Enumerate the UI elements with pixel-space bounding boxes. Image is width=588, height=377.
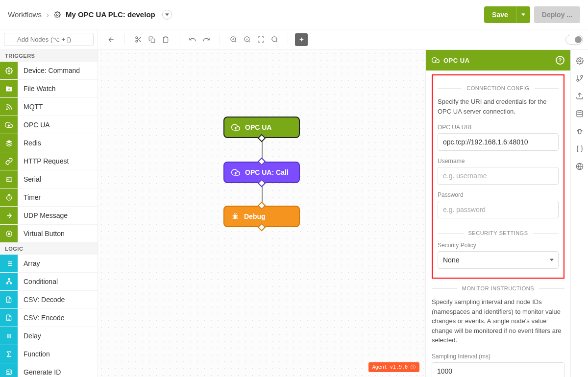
svg-line-15 (248, 41, 250, 42)
palette-item[interactable]: MQTT (0, 98, 98, 116)
palette-item-label: HTTP Request (18, 157, 69, 165)
node-label: OPC UA (245, 123, 271, 131)
svg-line-18 (276, 41, 277, 42)
version-dropdown[interactable] (162, 10, 172, 20)
breadcrumb: Workflows › My OPC UA PLC: develop (8, 10, 172, 20)
palette-item[interactable]: Function (0, 345, 98, 363)
debug-icon[interactable] (576, 127, 584, 135)
svg-point-40 (10, 283, 12, 284)
branch-icon[interactable] (576, 74, 584, 82)
globe-icon[interactable] (576, 163, 584, 170)
output-port[interactable] (258, 134, 266, 142)
palette-item[interactable]: HTTP Request (0, 152, 98, 170)
workflow-canvas[interactable]: OPC UA OPC UA: Call Debug Agent v1.9.0 ⓘ (98, 50, 425, 377)
security-policy-select[interactable]: None (438, 251, 559, 269)
connection-config-section: CONNECTION CONFIG Specify the URI and cr… (432, 74, 564, 279)
palette-item[interactable]: File Watch (0, 80, 98, 98)
deploy-button[interactable]: Deploy ... (534, 6, 580, 23)
svg-rect-8 (151, 39, 155, 43)
upload-icon[interactable] (576, 92, 584, 100)
database-icon[interactable] (576, 110, 584, 118)
palette-item[interactable]: Redis (0, 134, 98, 152)
palette-item[interactable]: Device: Command (0, 62, 98, 80)
palette-item-label: CSV: Decode (18, 296, 65, 304)
palette-item[interactable]: Delay (0, 327, 98, 345)
paste-button[interactable] (159, 33, 172, 46)
section-description: Specify the URI and credentials for the … (438, 97, 559, 116)
node-palette: TRIGGERS Device: CommandFile WatchMQTTOP… (0, 50, 98, 377)
palette-item-label: Array (18, 259, 40, 267)
timer-icon (0, 188, 18, 206)
uri-label: OPC UA URI (438, 124, 559, 131)
palette-section-triggers: TRIGGERS (0, 50, 98, 62)
palette-item-label: Delay (18, 332, 41, 340)
section-heading: SECURITY SETTINGS (468, 230, 528, 236)
arrow-right-icon (0, 207, 18, 224)
cloud-icon (0, 116, 18, 134)
folder-plus-icon (0, 80, 18, 97)
right-rail (570, 50, 588, 377)
svg-point-22 (6, 108, 7, 109)
back-button[interactable] (105, 33, 118, 46)
brackets-icon[interactable] (576, 145, 584, 153)
palette-section-logic: LOGIC (0, 243, 98, 255)
node-opcua-call[interactable]: OPC UA: Call (223, 162, 300, 183)
svg-point-4 (135, 40, 137, 42)
bug-icon (231, 212, 239, 220)
svg-point-0 (56, 14, 58, 16)
palette-item[interactable]: Array (0, 255, 98, 273)
add-nodes-search[interactable] (4, 33, 94, 46)
palette-item[interactable]: OPC UA (0, 116, 98, 134)
palette-item[interactable]: Virtual Button (0, 225, 98, 243)
palette-item-label: Conditional (18, 278, 58, 285)
fit-button[interactable] (254, 33, 267, 46)
cut-button[interactable] (132, 33, 145, 46)
svg-line-57 (236, 213, 236, 213)
section-heading: MONITOR INSTRUCTIONS (462, 285, 534, 291)
save-dropdown[interactable] (516, 6, 530, 23)
output-port[interactable] (258, 223, 266, 232)
svg-point-60 (581, 75, 583, 77)
password-label: Password (438, 191, 559, 198)
copy-button[interactable] (146, 33, 158, 46)
agent-version-badge[interactable]: Agent v1.9.0 ⓘ (368, 362, 419, 372)
add-annotation-button[interactable] (295, 33, 308, 46)
palette-item[interactable]: Generate ID (0, 363, 98, 377)
palette-item[interactable]: CSV: Decode (0, 291, 98, 309)
input-port[interactable] (258, 202, 266, 210)
breadcrumb-root[interactable]: Workflows (8, 10, 42, 19)
gear-icon (0, 62, 18, 79)
zoom-out-button[interactable] (241, 33, 253, 46)
node-opcua-trigger[interactable]: OPC UA (223, 117, 300, 138)
palette-item[interactable]: CSV: Encode (0, 309, 98, 327)
interval-input[interactable] (432, 362, 564, 377)
svg-point-61 (577, 79, 579, 81)
node-debug[interactable]: Debug (223, 206, 300, 227)
palette-item[interactable]: Serial (0, 170, 98, 188)
palette-item-label: CSV: Encode (18, 314, 65, 322)
settings-icon[interactable] (576, 57, 584, 65)
palette-item-label: Generate ID (18, 368, 61, 376)
list-icon (0, 255, 18, 272)
palette-item[interactable]: UDP Message (0, 207, 98, 225)
save-button[interactable]: Save (484, 6, 516, 23)
undo-button[interactable] (186, 33, 199, 46)
svg-point-3 (135, 37, 137, 39)
uri-input[interactable] (438, 133, 559, 151)
serial-icon (0, 170, 18, 188)
id-icon (0, 363, 18, 377)
zoom-in-button[interactable] (227, 33, 240, 46)
zoom-reset-button[interactable] (268, 33, 281, 46)
redo-button[interactable] (200, 33, 213, 46)
pause-icon (0, 327, 18, 345)
input-port[interactable] (258, 158, 266, 166)
svg-point-48 (7, 371, 8, 372)
svg-line-7 (137, 38, 138, 39)
palette-item[interactable]: Timer (0, 188, 98, 207)
help-icon[interactable]: ? (556, 56, 564, 65)
username-input[interactable] (438, 167, 559, 185)
palette-item[interactable]: Conditional (0, 273, 98, 291)
debug-toggle[interactable] (565, 35, 583, 45)
output-port[interactable] (258, 179, 266, 188)
password-input[interactable] (438, 201, 559, 218)
